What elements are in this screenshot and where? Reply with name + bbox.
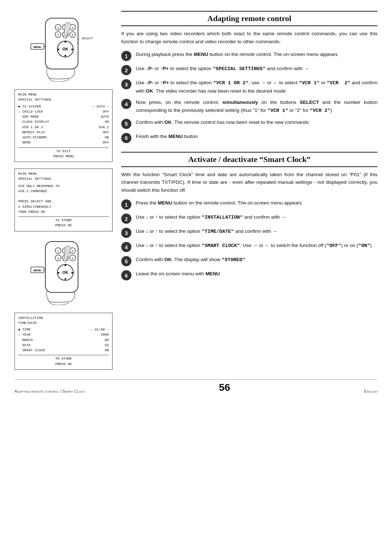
- menu3-val-1: 2000: [87, 332, 109, 337]
- menu1-footer: TO EXIT PRESS MENU: [18, 147, 109, 159]
- step-num-1-1: 1: [121, 51, 131, 61]
- svg-text:1: 1: [57, 250, 59, 253]
- svg-text:MENU: MENU: [33, 269, 41, 272]
- step-num-1-2: 2: [121, 65, 131, 75]
- menu2-line-1: VCR ONLY RESPONDS TO: [18, 184, 109, 189]
- menu2-line-2: VCR 2 COMMANDS: [18, 189, 109, 194]
- menu3-row-0: ◆ TIME: [18, 327, 86, 332]
- menu1-row-4: VCR 1 OR 2: [18, 125, 86, 130]
- section1-intro: If you are using two video recorders whi…: [121, 30, 377, 45]
- step-text-1-3: Use ↓P- or ↑P+ to select the option "VCR…: [136, 79, 377, 95]
- menu1-row-5: REPEAT PLAY: [18, 130, 86, 135]
- section2-heading: Activate / deactivate “Smart Clock”: [121, 152, 377, 167]
- remote-illustration-1: 1 2 3 4 5 6 OK ▲ ▼ ◄ ►: [24, 15, 103, 84]
- step-1-2: 2 Use ↓P- or ↑P+ to select the option "S…: [121, 65, 377, 75]
- menu2-line-4: PRESS SELECT AND: [18, 199, 109, 204]
- svg-text:3: 3: [72, 26, 74, 29]
- menu3-title1: INSTALLATION: [18, 316, 109, 321]
- menu3-footer: TO STORE PRESS OK: [18, 355, 109, 367]
- svg-text:4: 4: [57, 257, 59, 260]
- svg-text:MENU: MENU: [33, 45, 41, 49]
- menu1-title1: MAIN MENU: [18, 92, 109, 97]
- svg-text:SELECT: SELECT: [82, 37, 93, 40]
- page-footer: Adapting remote control / Smart Clock 56…: [15, 379, 377, 393]
- step-num-2-3: 3: [121, 228, 131, 238]
- svg-text:▲: ▲: [64, 263, 67, 267]
- step-2-2: 2 Use ↓ or ↑ to select the option "INSTA…: [121, 213, 377, 224]
- menu1-row-6: AUTO STANDBY: [18, 135, 86, 140]
- section1-steps: 1 During playback press the MENU button …: [121, 50, 377, 146]
- menu3-val-3: 03: [87, 343, 109, 348]
- menu3-footer2: PRESS OK: [18, 362, 109, 367]
- svg-rect-24: [45, 242, 78, 292]
- menu3-row-1: ↓ YEAR: [18, 332, 86, 337]
- step-1-5: 5 Confirm with OK. The remote control ha…: [121, 118, 377, 129]
- step-1-4: 4 Now press, on the remote control, simu…: [121, 98, 377, 114]
- menu1-val-1: OFF: [87, 109, 109, 114]
- menu3-row-4: SMART CLOCK: [18, 348, 86, 353]
- menu3-title2: TIME/DATE: [18, 321, 109, 326]
- step-2-5: 5 Confirm with OK. The display will show…: [121, 256, 377, 266]
- svg-text:▼: ▼: [64, 277, 67, 281]
- section1-heading: Adapting remote control: [121, 11, 377, 26]
- step-num-1-6: 6: [121, 133, 131, 143]
- remote-illustration-2: 1 2 3 4 5 6 OK ▲ ▼ ◄ ► MENU: [24, 238, 103, 307]
- page-number: 56: [85, 382, 364, 393]
- svg-text:3: 3: [72, 250, 74, 253]
- menu2-line-6: THEN PRESS OK: [18, 210, 109, 215]
- step-text-2-6: Leave the on-screen menu with MENU: [136, 270, 377, 278]
- step-text-2-4: Use ↓ or ↑ to select the option "SMART C…: [136, 242, 377, 250]
- menu1-title2: SPECIAL SETTINGS: [18, 97, 109, 102]
- step-1-6: 6 Finish with the MENU button: [121, 133, 377, 143]
- menu2-title2: SPECIAL SETTINGS: [18, 177, 109, 182]
- step-text-1-5: Confirm with OK. The remote control has …: [136, 118, 377, 126]
- menu3-val-0: ← 15:00 →: [87, 327, 109, 332]
- menu1-row-3: CLOCK DISPLAY: [18, 119, 86, 125]
- menu3-val-4: ON: [87, 348, 109, 353]
- menu2-footer: TO STORE PRESS OK: [18, 216, 109, 228]
- menu1-val-3: ON: [87, 119, 109, 125]
- step-num-1-5: 5: [121, 119, 131, 129]
- menu1-val-7: OFF: [87, 140, 109, 145]
- step-2-1: 1 Press the MENU button on the remote co…: [121, 199, 377, 210]
- menu1-row-7: DEMO: [18, 140, 86, 145]
- step-1-1: 1 During playback press the MENU button …: [121, 50, 377, 61]
- menu3-val-2: 08: [87, 338, 109, 343]
- menu1-row-1: ↓ CHILD LOCK: [18, 109, 86, 114]
- step-num-2-5: 5: [121, 256, 131, 266]
- svg-text:▲: ▲: [64, 39, 67, 43]
- svg-text:◄: ◄: [56, 271, 60, 275]
- step-text-2-5: Confirm with OK. The display will show "…: [136, 256, 377, 264]
- step-text-1-2: Use ↓P- or ↑P+ to select the option "SPE…: [136, 65, 377, 73]
- menu-screen-1: MAIN MENU SPECIAL SETTINGS ◆ TV SYSTEM ↓…: [15, 89, 113, 162]
- menu1-val-2: AUTO: [87, 114, 109, 119]
- menu3-rows: ◆ TIME ↓ YEAR MONTH DATE SMART CLOCK ← 1…: [18, 327, 109, 353]
- step-1-3: 3 Use ↓P- or ↑P+ to select the option "V…: [121, 79, 377, 95]
- menu1-left: ◆ TV SYSTEM ↓ CHILD LOCK OSD MODE CLOCK …: [18, 104, 86, 146]
- step-text-2-3: Use ↓ or ↑ to select the option "TIME/DA…: [136, 227, 377, 236]
- section2-steps: 1 Press the MENU button on the remote co…: [121, 199, 377, 284]
- menu3-row-2: MONTH: [18, 338, 86, 343]
- menu1-val-4: VCR 1: [87, 125, 109, 130]
- menu1-row-2: OSD MODE: [18, 114, 86, 119]
- svg-text:4: 4: [57, 33, 59, 37]
- menu-screen-3: INSTALLATION TIME/DATE ◆ TIME ↓ YEAR MON…: [15, 313, 113, 370]
- svg-text:►: ►: [71, 271, 74, 275]
- step-text-1-6: Finish with the MENU button: [136, 133, 377, 141]
- menu3-left: ◆ TIME ↓ YEAR MONTH DATE SMART CLOCK: [18, 327, 86, 353]
- svg-text:▼: ▼: [64, 54, 67, 58]
- menu3-right: ← 15:00 → 2000 08 03 ON: [87, 327, 109, 353]
- step-num-2-1: 1: [121, 199, 131, 210]
- footer-left: Adapting remote control / Smart Clock: [15, 389, 85, 393]
- menu1-val-6: ON: [87, 135, 109, 140]
- menu2-footer2: PRESS OK: [18, 223, 109, 228]
- menu1-val-0: ← AUTO →: [87, 104, 109, 109]
- step-text-2-2: Use ↓ or ↑ to select the option "INSTALL…: [136, 213, 377, 222]
- svg-text:6: 6: [72, 33, 74, 37]
- right-column: Adapting remote control If you are using…: [121, 11, 377, 370]
- menu1-row-0: ◆ TV SYSTEM: [18, 104, 86, 109]
- menu1-footer1: TO EXIT: [18, 149, 109, 154]
- left-column: 1 2 3 4 5 6 OK ▲ ▼ ◄ ►: [15, 11, 113, 370]
- step-text-2-1: Press the MENU button on the remote cont…: [136, 199, 377, 207]
- menu1-footer2: PRESS MENU: [18, 154, 109, 159]
